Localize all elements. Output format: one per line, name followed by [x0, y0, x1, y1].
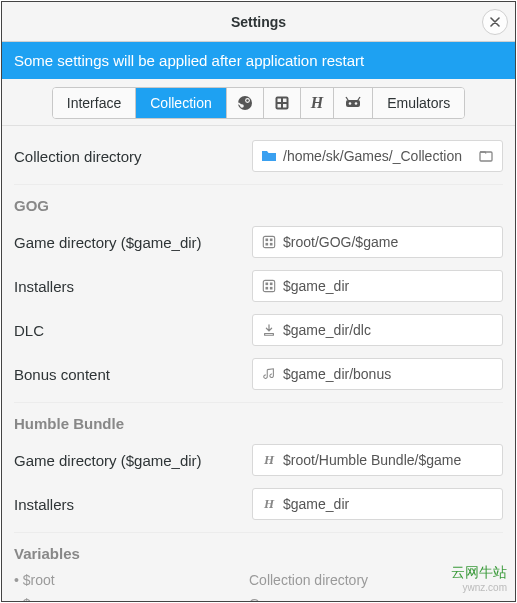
humble-installers-field[interactable]: H $game_dir	[252, 488, 503, 520]
gog-bonus-field[interactable]: $game_dir/bonus	[252, 358, 503, 390]
humble-icon: H	[311, 94, 323, 112]
svg-rect-5	[277, 99, 281, 103]
humble-installers-value: $game_dir	[283, 496, 494, 512]
variable-key: • $root	[14, 572, 249, 588]
variable-key: • $game	[14, 596, 249, 601]
humble-icon: H	[261, 496, 277, 512]
svg-line-12	[346, 97, 348, 100]
svg-point-0	[238, 96, 252, 110]
settings-window: Settings Some settings will be applied a…	[1, 1, 516, 602]
svg-rect-7	[277, 104, 281, 108]
gog-section-header: GOG	[14, 184, 503, 220]
gog-dlc-field[interactable]: $game_dir/dlc	[252, 314, 503, 346]
svg-rect-8	[283, 104, 287, 108]
tab-emulators[interactable]: Emulators	[373, 88, 464, 118]
gog-game-dir-row: Game directory ($game_dir) $root/GOG/$ga…	[14, 220, 503, 264]
svg-rect-18	[266, 243, 269, 246]
humble-game-dir-field[interactable]: H $root/Humble Bundle/$game	[252, 444, 503, 476]
gog-game-dir-label: Game directory ($game_dir)	[14, 234, 244, 251]
svg-rect-4	[275, 97, 288, 110]
variables-section-header: Variables	[14, 532, 503, 568]
gog-game-dir-value: $root/GOG/$game	[283, 234, 494, 250]
tab-humble[interactable]: H	[301, 88, 334, 118]
svg-rect-24	[270, 287, 273, 290]
tab-collection[interactable]: Collection	[136, 88, 226, 118]
collection-directory-row: Collection directory /home/sk/Games/_Col…	[14, 134, 503, 178]
gog-installers-value: $game_dir	[283, 278, 494, 294]
svg-rect-16	[266, 239, 269, 242]
settings-content: Collection directory /home/sk/Games/_Col…	[2, 126, 515, 601]
svg-rect-15	[263, 236, 274, 247]
svg-rect-23	[266, 287, 269, 290]
steam-icon	[237, 95, 253, 111]
music-icon	[261, 366, 277, 382]
collection-directory-value: /home/sk/Games/_Collection	[283, 148, 472, 164]
variable-desc: Collection directory	[249, 572, 368, 588]
tab-interface[interactable]: Interface	[53, 88, 136, 118]
titlebar: Settings	[2, 2, 515, 42]
humble-installers-row: Installers H $game_dir	[14, 482, 503, 526]
collection-directory-label: Collection directory	[14, 148, 244, 165]
close-button[interactable]	[482, 9, 508, 35]
humble-game-dir-row: Game directory ($game_dir) H $root/Humbl…	[14, 438, 503, 482]
gog-bonus-label: Bonus content	[14, 366, 244, 383]
collection-directory-field[interactable]: /home/sk/Games/_Collection	[252, 140, 503, 172]
humble-game-dir-value: $root/Humble Bundle/$game	[283, 452, 494, 468]
tab-strip: Interface Collection H Emulators	[52, 87, 465, 119]
svg-point-10	[349, 102, 352, 105]
close-icon	[490, 17, 500, 27]
variable-row: • $game Game name	[14, 592, 503, 601]
window-title: Settings	[231, 14, 286, 30]
gog-bonus-value: $game_dir/bonus	[283, 366, 494, 382]
svg-rect-17	[270, 239, 273, 242]
svg-point-11	[355, 102, 358, 105]
svg-rect-20	[263, 280, 274, 291]
humble-section-header: Humble Bundle	[14, 402, 503, 438]
gog-dlc-label: DLC	[14, 322, 244, 339]
svg-rect-21	[266, 283, 269, 286]
gog-bonus-row: Bonus content $game_dir/bonus	[14, 352, 503, 396]
variable-row: • $root Collection directory	[14, 568, 503, 592]
tab-gog[interactable]	[264, 88, 301, 118]
download-icon	[261, 322, 277, 338]
gog-icon	[261, 278, 277, 294]
variable-desc: Game name	[249, 596, 326, 601]
humble-icon: H	[261, 452, 277, 468]
gog-icon	[274, 95, 290, 111]
svg-point-2	[246, 99, 248, 101]
gog-installers-row: Installers $game_dir	[14, 264, 503, 308]
svg-rect-9	[346, 100, 360, 107]
browse-icon[interactable]	[478, 148, 494, 164]
gog-installers-field[interactable]: $game_dir	[252, 270, 503, 302]
svg-rect-19	[270, 243, 273, 246]
tab-itch[interactable]	[334, 88, 373, 118]
gog-dlc-value: $game_dir/dlc	[283, 322, 494, 338]
gog-dlc-row: DLC $game_dir/dlc	[14, 308, 503, 352]
svg-rect-22	[270, 283, 273, 286]
humble-game-dir-label: Game directory ($game_dir)	[14, 452, 244, 469]
gog-installers-label: Installers	[14, 278, 244, 295]
svg-line-13	[358, 97, 360, 100]
gog-game-dir-field[interactable]: $root/GOG/$game	[252, 226, 503, 258]
tab-steam[interactable]	[227, 88, 264, 118]
robot-icon	[344, 96, 362, 110]
humble-installers-label: Installers	[14, 496, 244, 513]
svg-rect-6	[283, 99, 287, 103]
restart-banner: Some settings will be applied after appl…	[2, 42, 515, 79]
tabs-bar: Interface Collection H Emulators	[2, 79, 515, 126]
gog-icon	[261, 234, 277, 250]
folder-icon	[261, 148, 277, 164]
